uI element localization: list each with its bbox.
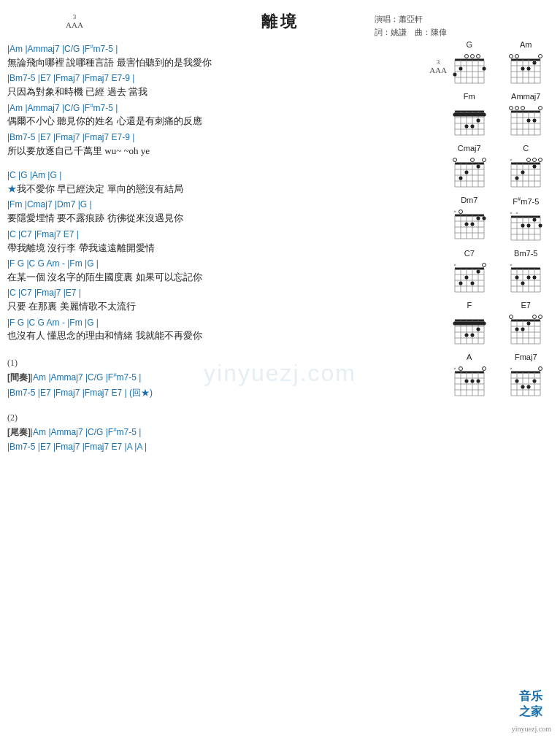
svg-point-230 [533, 379, 537, 382]
chord-line: |C |C7 |Fmaj7 E7 | [7, 228, 434, 241]
chord-diagram: × [505, 153, 546, 191]
chord-diagram [505, 310, 546, 348]
chord-diagram [449, 310, 490, 348]
svg-point-231 [515, 379, 519, 382]
svg-point-30 [533, 61, 537, 64]
svg-point-62 [539, 107, 542, 110]
lyric-line: 在某一個 沒名字的陌生國度裏 如果可以忘記你 [7, 270, 434, 285]
main-content: |Am |Ammaj7 |C/G |F#m7-5 | 無論飛向哪裡 說哪種言語 … [7, 40, 553, 453]
svg-point-46 [464, 124, 468, 128]
svg-point-60 [527, 118, 531, 122]
chord-name: Fmaj7 [515, 353, 537, 361]
svg-text:×: × [453, 262, 456, 268]
svg-point-196 [527, 321, 531, 325]
lyric-line: 只要 在那裏 美麗情歌不太流行 [7, 299, 434, 314]
svg-point-132 [539, 223, 542, 227]
aaa-top-marking: 3 AAA [66, 13, 83, 29]
chord-box-e7: E7 [499, 301, 553, 348]
triplet-mark-top: 3 [66, 13, 83, 20]
chord-diagram [449, 50, 490, 88]
svg-point-48 [476, 118, 480, 122]
svg-point-98 [533, 158, 537, 162]
chord-line: |F G |C G Am - |Fm |G | [7, 258, 434, 270]
aaa-right-marking: 3 AAA [429, 58, 447, 74]
svg-point-33 [510, 55, 513, 58]
chord-line: |Fm |Cmaj7 |Dm7 |G | [7, 199, 434, 211]
bracket-label: [間奏] [7, 372, 31, 382]
svg-point-182 [476, 327, 480, 331]
svg-point-82 [453, 158, 456, 162]
chord-box-fm75: F#m7-5×× [499, 196, 553, 245]
svg-point-213 [476, 379, 480, 382]
svg-point-197 [539, 315, 542, 318]
svg-point-29 [527, 66, 531, 70]
chord-diagram: ×× [505, 207, 546, 245]
credits: 詞：姚謙 曲：陳偉 [375, 26, 447, 39]
svg-text:×: × [515, 210, 518, 216]
svg-point-198 [533, 315, 537, 318]
svg-point-211 [464, 379, 468, 382]
chord-diagram [449, 101, 490, 139]
chord-box-dm7: Dm7× [442, 196, 496, 245]
chord-diagrams: GAmFmAmmaj7Cmaj7C×Dm7×F#m7-5××C7×Bm7-5×F… [440, 40, 553, 453]
svg-point-94 [515, 176, 519, 180]
svg-point-65 [510, 107, 513, 110]
svg-point-61 [533, 118, 537, 122]
svg-point-47 [470, 124, 474, 128]
svg-point-150 [482, 263, 486, 266]
svg-point-148 [476, 269, 480, 273]
chord-line: |C |C7 |Fmaj7 |E7 | [7, 287, 434, 299]
svg-point-147 [464, 275, 468, 279]
section-gap [7, 159, 434, 166]
svg-point-180 [464, 333, 468, 337]
chord-diagram: × [449, 362, 490, 400]
lyric-line: 偶爾不小心 聽見你的姓名 心還是有刺痛的反應 [7, 114, 434, 128]
svg-point-78 [464, 170, 468, 174]
svg-point-232 [539, 366, 542, 370]
svg-text:×: × [510, 210, 513, 216]
lyric-line: 也沒有人 懂思念的理由和情緒 我就能不再愛你 [7, 328, 434, 343]
svg-point-215 [459, 366, 462, 370]
chord-name: Ammaj7 [511, 92, 540, 101]
chord-box-c7: C7× [442, 249, 496, 296]
chord-line: |Am |Ammaj7 |C/G |F#m7-5 | [7, 43, 434, 55]
chord-line: |Bm7-5 |E7 |Fmaj7 |Fmaj7 E7 |A |A | [7, 441, 434, 453]
svg-point-130 [527, 223, 531, 227]
chord-diagram: × [449, 205, 490, 243]
svg-point-13 [482, 66, 486, 70]
chord-box-g: G [442, 40, 496, 88]
chord-name: F#m7-5 [513, 196, 539, 206]
svg-point-31 [539, 55, 542, 58]
chord-name: Dm7 [461, 196, 477, 204]
svg-point-181 [470, 333, 474, 337]
page: 3 AAA 離境 演唱：蕭亞軒 詞：姚謙 曲：陳偉 3 AAA yinyuezj… [0, 0, 560, 746]
watermark-sub: yinyuezj.com [512, 725, 551, 733]
interlude-number: (2) [7, 412, 434, 423]
chord-name: G [466, 40, 472, 49]
lyric-line: 無論飛向哪裡 說哪種言語 最害怕聽到的是我愛你 [7, 55, 434, 70]
chord-box-a: A× [442, 353, 496, 400]
footer: 音乐之家 yinyuezj.com [512, 725, 551, 733]
svg-point-28 [521, 66, 525, 70]
svg-point-80 [482, 158, 486, 162]
star-lyric-line: ★我不愛你 早已經決定 單向的戀沒有結局 [7, 182, 434, 196]
lyric-line: 所以要放逐自己千萬里 wu~ ~oh ye [7, 144, 434, 158]
svg-point-212 [470, 379, 474, 382]
chord-diagram: × [505, 362, 546, 400]
chord-name: A [467, 353, 472, 361]
lyric-line: 要隱愛埋情 要不露痕跡 彷彿從來沒遇見你 [7, 211, 434, 226]
chord-diagram: × [449, 258, 490, 296]
page-title: 離境 [7, 11, 553, 33]
svg-point-79 [476, 164, 480, 168]
chord-box-cmaj7: Cmaj7 [442, 144, 496, 191]
chord-box-fm: Fm [442, 92, 496, 139]
svg-point-77 [459, 176, 462, 180]
chord-name: Bm7-5 [514, 249, 537, 258]
chord-box-c: C× [499, 144, 553, 191]
chord-line: |C |G |Am |G | [7, 169, 434, 182]
triplet-mark-right: 3 [429, 58, 447, 66]
svg-point-16 [464, 55, 468, 58]
svg-point-131 [533, 218, 537, 221]
chord-name: C7 [464, 249, 475, 258]
chord-box-am: Am [499, 40, 553, 88]
